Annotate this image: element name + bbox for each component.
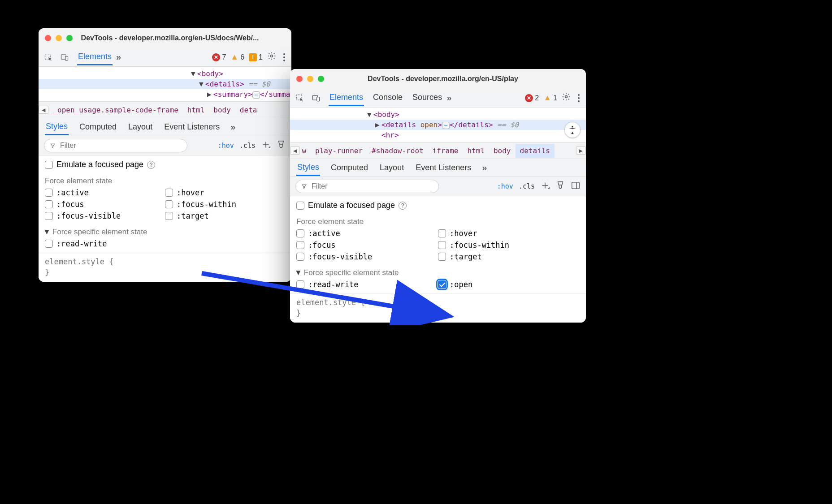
settings-icon[interactable] (562, 92, 571, 103)
issues-badge[interactable]: !1 (249, 53, 263, 61)
details-open-tag-a[interactable]: <details (381, 121, 420, 129)
warnings-badge[interactable]: ▲6 (230, 52, 244, 62)
more-options-icon[interactable] (575, 92, 582, 104)
breadcrumb-left-chevron-icon[interactable]: ◀ (39, 106, 48, 114)
more-tabs-icon[interactable]: » (446, 93, 450, 103)
open-checkbox-checked[interactable] (438, 280, 446, 289)
tab-elements[interactable]: Elements (329, 90, 364, 106)
tab-sources[interactable]: Sources (412, 90, 443, 106)
state-read-write[interactable]: :read-write (296, 280, 438, 289)
cls-toggle[interactable]: .cls (519, 182, 535, 190)
errors-badge[interactable]: ✕7 (212, 53, 226, 61)
rendering-emulations-icon[interactable] (555, 181, 565, 193)
breadcrumb-shadow[interactable]: #shadow-root (367, 144, 428, 158)
ellipsis-badge-icon[interactable]: ⋯ (252, 91, 260, 99)
breadcrumb-details-partial[interactable]: deta (235, 103, 257, 117)
device-toolbar-icon[interactable] (58, 51, 71, 64)
subtab-styles[interactable]: Styles (296, 160, 320, 176)
emulate-checkbox[interactable] (296, 202, 304, 210)
close-window-icon[interactable] (45, 35, 51, 41)
tab-console[interactable]: Console (372, 90, 403, 106)
breadcrumb-w[interactable]: w (300, 144, 311, 158)
accessibility-icon[interactable] (564, 122, 581, 138)
state-focus-visible[interactable]: :focus-visible (296, 252, 438, 261)
more-options-icon[interactable] (281, 52, 288, 63)
breadcrumb-right-chevron-icon[interactable]: ▶ (576, 146, 586, 155)
state-target[interactable]: :target (165, 211, 285, 220)
state-read-write[interactable]: :read-write (45, 239, 165, 248)
breadcrumb-body[interactable]: body (489, 144, 516, 158)
expand-specific-icon[interactable]: ▼ (43, 228, 51, 237)
inspect-element-icon[interactable] (42, 51, 55, 64)
summary-open-tag[interactable]: <summary> (213, 90, 252, 99)
filter-field[interactable] (311, 182, 433, 191)
state-hover[interactable]: :hover (438, 229, 580, 238)
body-tag[interactable]: <body> (197, 69, 223, 78)
minimize-window-icon[interactable] (307, 76, 313, 82)
subtab-layout[interactable]: Layout (127, 120, 153, 134)
tab-elements[interactable]: Elements (77, 49, 113, 65)
filter-field[interactable] (59, 141, 182, 150)
dom-tree[interactable]: ▼<body> •••▼<details> == $0 ▶<summary>⋯<… (39, 67, 291, 101)
hov-toggle[interactable]: :hov (497, 182, 513, 190)
breadcrumb-html[interactable]: html (463, 144, 489, 158)
close-window-icon[interactable] (296, 76, 303, 82)
expand-specific-icon[interactable]: ▼ (295, 268, 302, 277)
computed-sidebar-icon[interactable] (571, 181, 581, 193)
details-tag[interactable]: <details> (205, 80, 244, 88)
settings-icon[interactable] (267, 52, 276, 63)
state-active[interactable]: :active (45, 188, 165, 197)
state-target[interactable]: :target (438, 252, 580, 261)
filter-input[interactable] (44, 139, 187, 152)
breadcrumb-html[interactable]: html (183, 103, 209, 117)
body-tag[interactable]: <body> (373, 110, 399, 119)
warnings-badge[interactable]: ▲1 (543, 93, 557, 103)
inspect-element-icon[interactable] (294, 92, 306, 104)
cls-toggle[interactable]: .cls (239, 142, 256, 150)
breadcrumb-details[interactable]: details (516, 144, 555, 158)
emulate-checkbox[interactable] (45, 161, 53, 169)
help-icon[interactable]: ? (147, 161, 155, 169)
breadcrumb-frame[interactable]: _open_usage.sample-code-frame (48, 103, 182, 117)
breadcrumb-left-chevron-icon[interactable]: ◀ (290, 146, 300, 155)
device-toolbar-icon[interactable] (310, 92, 322, 104)
help-icon[interactable]: ? (399, 202, 407, 210)
breadcrumb-body[interactable]: body (209, 103, 235, 117)
new-style-rule-icon[interactable] (540, 181, 550, 193)
element-style-block[interactable]: element.style { } (290, 293, 586, 323)
details-open-attr[interactable]: open (420, 121, 438, 129)
hr-tag[interactable]: <hr> (381, 131, 399, 139)
state-focus-within[interactable]: :focus-within (165, 200, 285, 209)
minimize-window-icon[interactable] (56, 35, 62, 41)
titlebar[interactable]: DevTools - developer.mozilla.org/en-US/d… (39, 28, 291, 48)
breadcrumb-runner[interactable]: play-runner (311, 144, 367, 158)
zoom-window-icon[interactable] (318, 76, 324, 82)
rendering-emulations-icon[interactable] (276, 140, 286, 152)
breadcrumb-iframe[interactable]: iframe (428, 144, 463, 158)
state-open[interactable]: :open (438, 280, 580, 289)
subtab-styles[interactable]: Styles (45, 119, 69, 135)
errors-badge[interactable]: ✕2 (525, 94, 539, 102)
zoom-window-icon[interactable] (66, 35, 73, 41)
state-hover[interactable]: :hover (165, 188, 285, 197)
new-style-rule-icon[interactable] (261, 140, 271, 152)
titlebar[interactable]: DevTools - developer.mozilla.org/en-US/p… (290, 69, 586, 89)
force-specific-state-header[interactable]: ▼Force specific element state (39, 225, 291, 239)
more-subtabs-icon[interactable]: » (482, 163, 485, 173)
more-subtabs-icon[interactable]: » (230, 122, 234, 132)
filter-input[interactable] (295, 180, 439, 193)
subtab-layout[interactable]: Layout (379, 160, 405, 175)
ellipsis-badge-icon[interactable]: ⋯ (442, 122, 450, 129)
state-active[interactable]: :active (296, 229, 438, 238)
element-style-block[interactable]: element.style { } (39, 253, 291, 282)
state-focus[interactable]: :focus (296, 241, 438, 250)
state-focus[interactable]: :focus (45, 200, 165, 209)
subtab-computed[interactable]: Computed (330, 160, 369, 175)
subtab-computed[interactable]: Computed (78, 120, 117, 134)
more-tabs-icon[interactable]: » (116, 52, 120, 62)
emulate-focused-page-row[interactable]: Emulate a focused page ? (39, 155, 291, 174)
force-specific-state-header[interactable]: ▼Force specific element state (290, 266, 586, 280)
state-focus-within[interactable]: :focus-within (438, 241, 580, 250)
subtab-event-listeners[interactable]: Event Listeners (415, 160, 472, 175)
dom-tree[interactable]: ▼<body> ▶<details open>⋯</details> == $0… (290, 108, 586, 142)
